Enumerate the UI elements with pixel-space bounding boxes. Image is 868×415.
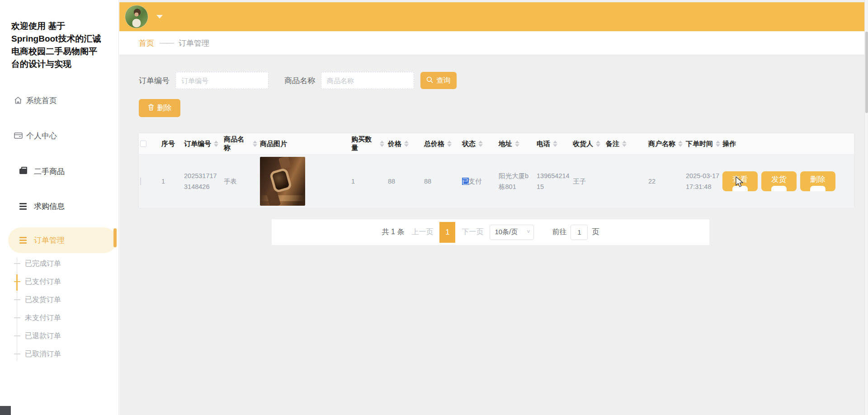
cell-order-no: 2025317173148426 xyxy=(179,170,220,192)
submenu-item-completed-orders[interactable]: 已完成订单 xyxy=(0,255,118,272)
welcome-title: 欢迎使用 基于SpringBoot技术的汇诚电商校园二手易物阁平台的设计与实现 xyxy=(11,20,102,71)
submenu-item-paid-orders[interactable]: 已支付订单 xyxy=(0,274,118,290)
column-header-order-no[interactable]: 订单编号 xyxy=(179,140,220,148)
column-header-index: 序号 xyxy=(157,140,179,148)
sidebar-item-order-management[interactable]: 订单管理 xyxy=(0,227,118,253)
column-header-product-name[interactable]: 商品名称 xyxy=(220,135,257,152)
cell-index: 1 xyxy=(157,176,179,187)
list-icon xyxy=(19,203,28,210)
sidebar-item-personal-center[interactable]: 个人中心 xyxy=(0,127,118,144)
sort-icon[interactable] xyxy=(678,141,683,147)
sort-icon[interactable] xyxy=(478,141,483,147)
active-menu-edge-indicator xyxy=(113,228,117,247)
trash-icon xyxy=(148,104,154,113)
column-header-remark[interactable]: 备注 xyxy=(603,140,645,148)
sort-icon[interactable] xyxy=(553,141,557,147)
row-delete-button[interactable]: 删除 xyxy=(800,171,835,191)
submenu-item-cancelled-orders[interactable]: 已取消订单 xyxy=(0,346,118,362)
column-header-total-price[interactable]: 总价格 xyxy=(419,140,458,148)
submenu-item-label: 未支付订单 xyxy=(25,313,61,323)
sort-icon[interactable] xyxy=(622,141,627,147)
cell-order-time: 2025-03-17 17:31:48 xyxy=(684,170,721,192)
order-no-input[interactable] xyxy=(175,72,269,89)
cell-address: 阳光大厦b栋801 xyxy=(496,170,534,192)
column-header-receiver[interactable]: 收货人 xyxy=(571,140,603,148)
sidebar-item-label: 订单管理 xyxy=(34,235,65,245)
sidebar-item-purchase-requests[interactable]: 求购信息 xyxy=(0,198,118,214)
submenu-item-label: 已支付订单 xyxy=(25,277,61,287)
delete-button-label: 删除 xyxy=(157,104,172,113)
product-name-input[interactable] xyxy=(321,72,414,89)
sort-icon[interactable] xyxy=(253,141,257,147)
cell-product-image xyxy=(257,157,344,206)
batch-delete-button[interactable]: 删除 xyxy=(139,99,180,117)
cell-phone: 13965421415 xyxy=(534,170,571,192)
submenu-item-label: 已退款订单 xyxy=(25,331,61,341)
sidebar-item-system-home[interactable]: 系统首页 xyxy=(0,92,118,108)
page-size-select[interactable]: 10条/页 ˅ xyxy=(490,225,534,240)
page-size-value: 10条/页 xyxy=(495,228,518,236)
column-header-quantity[interactable]: 购买数量 xyxy=(344,135,384,152)
sort-icon[interactable] xyxy=(380,141,384,147)
sort-icon[interactable] xyxy=(214,141,218,147)
page-scrollbar[interactable] xyxy=(864,0,868,415)
cell-status: 已支付 xyxy=(458,176,496,187)
view-button[interactable]: 查看 xyxy=(722,171,758,191)
submenu-item-unpaid-orders[interactable]: 未支付订单 xyxy=(0,310,118,326)
content-area: 订单编号 商品名称 查询 删除 xyxy=(119,55,864,415)
sidebar-item-label: 求购信息 xyxy=(34,201,65,212)
product-image-watch[interactable] xyxy=(260,157,305,206)
sort-icon[interactable] xyxy=(515,141,519,147)
sidebar-item-label: 系统首页 xyxy=(26,95,57,106)
column-header-status[interactable]: 状态 xyxy=(458,140,496,148)
order-management-screen: 欢迎使用 基于SpringBoot技术的汇诚电商校园二手易物阁平台的设计与实现 … xyxy=(0,0,868,415)
user-avatar[interactable] xyxy=(125,5,148,28)
submenu-item-refunded-orders[interactable]: 已退款订单 xyxy=(0,328,118,344)
sort-icon[interactable] xyxy=(447,141,452,147)
sidebar-item-secondhand-goods[interactable]: 二手商品 xyxy=(0,163,118,179)
search-icon xyxy=(426,76,433,85)
submenu-item-shipped-orders[interactable]: 已发货订单 xyxy=(0,292,118,308)
search-form: 订单编号 商品名称 查询 xyxy=(139,72,864,89)
table-row[interactable]: 1 2025317173148426 手表 1 88 88 已支付 阳光大厦b栋… xyxy=(139,155,854,208)
goto-page-input[interactable] xyxy=(571,225,588,240)
pagination-page-1[interactable]: 1 xyxy=(439,222,455,243)
ship-button[interactable]: 发货 xyxy=(761,171,797,191)
cell-receiver: 王子 xyxy=(571,176,603,187)
goto-label: 前往 xyxy=(552,227,566,237)
chevron-down-icon: ˅ xyxy=(527,229,530,235)
column-header-price[interactable]: 价格 xyxy=(384,140,419,148)
goto-unit-label: 页 xyxy=(592,227,599,237)
select-all-checkbox[interactable] xyxy=(140,141,146,147)
sort-icon[interactable] xyxy=(716,141,720,147)
product-name-label: 商品名称 xyxy=(284,75,315,86)
pagination-next-button[interactable]: 下一页 xyxy=(462,227,483,237)
row-checkbox[interactable] xyxy=(140,177,141,185)
sidebar-item-label: 二手商品 xyxy=(34,166,65,177)
column-header-order-time[interactable]: 下单时间 xyxy=(684,140,721,148)
pagination-total: 共 1 条 xyxy=(382,227,405,237)
topbar xyxy=(119,2,864,31)
column-header-actions: 操作 xyxy=(721,140,854,148)
sort-icon[interactable] xyxy=(596,141,600,147)
status-selected-text: 已 xyxy=(462,178,469,185)
breadcrumb-home-link[interactable]: 首页 xyxy=(139,38,154,48)
scrollbar-thumb[interactable] xyxy=(865,32,868,113)
pagination-bar: 共 1 条 上一页 1 下一页 10条/页 ˅ 前往 页 xyxy=(272,219,709,245)
column-header-phone[interactable]: 电话 xyxy=(534,140,571,148)
query-button[interactable]: 查询 xyxy=(420,72,457,89)
submenu-item-label: 已完成订单 xyxy=(25,259,61,269)
column-header-address[interactable]: 地址 xyxy=(496,140,534,148)
menu-icon xyxy=(19,237,28,244)
cell-actions: 查看 发货 删除 xyxy=(721,171,854,191)
id-card-icon xyxy=(14,132,23,139)
sort-icon[interactable] xyxy=(404,141,409,147)
status-rest-text: 支付 xyxy=(469,178,482,185)
pagination-prev-button[interactable]: 上一页 xyxy=(411,227,433,237)
table-header-row: 序号 订单编号 商品名称 商品图片 购买数量 价格 总价格 状态 xyxy=(139,133,854,155)
sidebar-collapse-handle[interactable] xyxy=(0,406,11,415)
column-header-merchant[interactable]: 商户名称 xyxy=(645,140,684,148)
cell-product-name: 手表 xyxy=(220,176,257,187)
user-menu-caret-icon[interactable] xyxy=(156,15,163,19)
sidebar: 欢迎使用 基于SpringBoot技术的汇诚电商校园二手易物阁平台的设计与实现 … xyxy=(0,0,119,415)
